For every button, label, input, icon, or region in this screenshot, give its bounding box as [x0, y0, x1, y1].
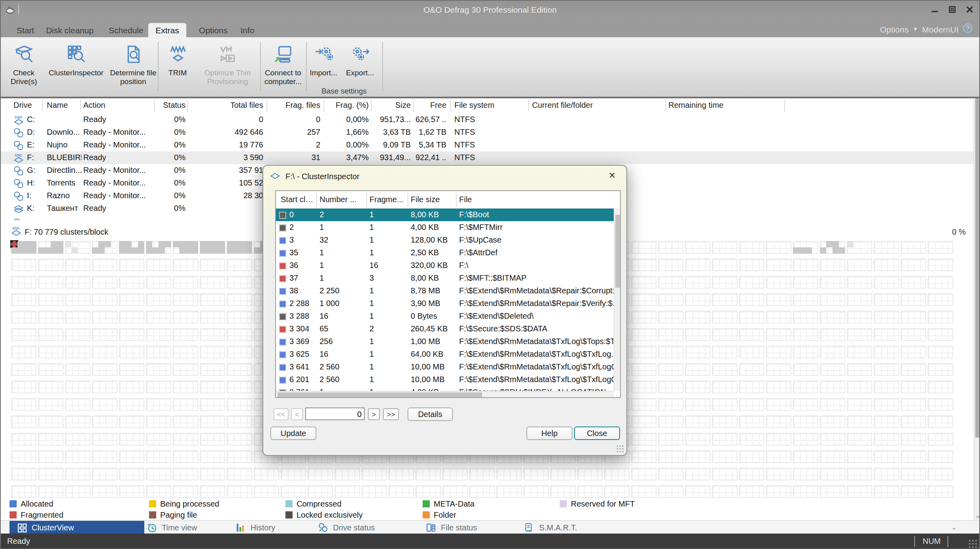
list-horizontal-scrollbar[interactable]	[276, 391, 614, 397]
view-tab-s-m-a-r-t-[interactable]: S.M.A.R.T.	[524, 521, 577, 534]
cell-start: 36	[289, 260, 316, 271]
ribbon-button-determine-file-position[interactable]: Determine file position	[109, 42, 158, 86]
column-header-name[interactable]: Name	[47, 101, 82, 109]
cluster-file-row[interactable]: 3 6412 560110,00 MBF:\$Extend\$RmMetadat…	[276, 361, 614, 373]
column-header-action[interactable]: Action	[83, 101, 156, 109]
tab-options[interactable]: Options	[193, 23, 234, 37]
cell-size: 3,90 MB	[411, 298, 454, 309]
ribbon-button-export[interactable]: Export...	[341, 42, 379, 77]
cluster-block	[200, 468, 225, 480]
column-header-frag[interactable]: Frag. (%)	[326, 101, 369, 109]
scrollbar-thumb[interactable]	[975, 98, 980, 438]
ribbon-button-clusterinspector[interactable]: ClusterInspector	[46, 42, 106, 77]
close-button[interactable]: Close	[574, 427, 620, 440]
view-tab-file-status[interactable]: File status	[426, 521, 477, 534]
cluster-file-row[interactable]: 0218,00 KBF:\$Boot	[276, 209, 614, 221]
dialog-column-header-5[interactable]: File	[459, 195, 614, 204]
allocated-cluster-cell	[793, 247, 799, 254]
maximize-button[interactable]	[946, 3, 959, 15]
tab-schedule[interactable]: Schedule	[104, 23, 148, 37]
table-row[interactable]: D:Downlo...Ready - Monitor...0%492 64625…	[1, 126, 974, 139]
view-tab-drive-status[interactable]: Drive status	[318, 521, 375, 534]
chevron-down-icon[interactable]: ⌄	[951, 523, 957, 531]
dialog-close-button[interactable]: ✕	[606, 169, 618, 182]
dialog-resize-grip[interactable]	[616, 445, 624, 453]
cluster-block	[847, 328, 872, 341]
main-scrollbar[interactable]: ⌄	[974, 98, 980, 520]
details-button[interactable]: Details	[408, 407, 453, 421]
cluster-block	[874, 398, 899, 411]
cluster-file-row[interactable]: 35112,50 KBF:\$AttrDef	[276, 247, 614, 259]
column-header-frag-files[interactable]: Frag. files	[270, 101, 320, 109]
cluster-file-row[interactable]: 3 62516164,00 KBF:\$Extend\$RmMetadata\$…	[276, 348, 614, 361]
column-header-current-file-folder[interactable]: Current file/folder	[532, 101, 663, 109]
next-page-button[interactable]: >	[368, 408, 380, 420]
help-button[interactable]: Help	[526, 427, 572, 440]
view-tab-time-view[interactable]: Time view	[147, 521, 197, 534]
cluster-block	[227, 468, 252, 480]
table-row[interactable]: SSDF:BLUEBIRDReady0%3 590313,47%931,49..…	[1, 151, 974, 164]
dialog-column-header-3[interactable]: Fragme...	[369, 195, 406, 204]
allocated-cluster-cell	[826, 241, 833, 247]
modernui-toggle[interactable]: ModernUI	[922, 24, 959, 34]
ribbon-button-check-drive-s[interactable]: Check Drive(s)	[4, 42, 44, 86]
column-header-size[interactable]: Size	[373, 101, 411, 109]
options-menu[interactable]: Options	[880, 24, 909, 34]
cluster-block	[65, 485, 90, 498]
cluster-file-row[interactable]: 3 2881610 BytesF:\$Extend\$Deleted\	[276, 310, 614, 323]
tab-extras[interactable]: Extras	[148, 23, 186, 38]
cluster-file-row[interactable]: 3 304652260,45 KBF:\$Secure:$SDS:$DATA	[276, 323, 614, 335]
scrollbar-thumb[interactable]	[278, 392, 482, 397]
cluster-file-row[interactable]: 382 25018,78 MBF:\$Extend\$RmMetadata\$R…	[276, 285, 614, 297]
column-header-free[interactable]: Free	[415, 101, 446, 109]
cluster-block	[685, 311, 710, 323]
scrollbar-thumb[interactable]	[615, 215, 620, 288]
cluster-file-row[interactable]: 3321128,00 KBF:\$UpCase	[276, 234, 614, 247]
cell-name: Torrents	[47, 178, 82, 189]
update-button[interactable]: Update	[270, 427, 316, 440]
tab-start[interactable]: Start	[10, 23, 40, 37]
cell-action: Ready - Monitor...	[83, 127, 156, 138]
tab-info[interactable]: Info	[234, 23, 261, 37]
cluster-block	[766, 293, 791, 306]
ribbon-button-import[interactable]: Import...	[308, 42, 339, 77]
help-icon[interactable]: ?	[963, 23, 973, 35]
close-button[interactable]	[963, 3, 976, 15]
ribbon-button-trim[interactable]: TRIM	[161, 42, 194, 77]
dialog-column-header-2[interactable]: Number ...	[320, 195, 365, 204]
dialog-column-header-4[interactable]: File size	[411, 195, 454, 204]
view-tab-clusterview[interactable]: ClusterView	[10, 521, 144, 534]
ribbon-button-connect-to-computer[interactable]: Connect to computer...	[262, 42, 304, 86]
cluster-color-swatch	[279, 287, 286, 295]
cell-action: Ready	[83, 203, 156, 214]
view-tab-history[interactable]: History	[235, 521, 275, 534]
cell-file: F:\$Secure:$SDH:$INDEX_ALLOCATION	[459, 387, 614, 391]
tab-disk-cleanup[interactable]: Disk cleanup	[42, 23, 98, 37]
first-page-button[interactable]: <<	[274, 408, 289, 420]
column-header-file-system[interactable]: File system	[454, 101, 526, 109]
page-number-input[interactable]	[305, 407, 365, 420]
list-vertical-scrollbar[interactable]	[614, 209, 620, 391]
dialog-column-header-1[interactable]: Start clust...	[281, 195, 316, 204]
resize-grip[interactable]	[968, 539, 978, 548]
cluster-block	[820, 415, 845, 428]
cluster-block	[119, 346, 144, 358]
cluster-file-row[interactable]: 3 36925611,00 MBF:\$Extend\$RmMetadata\$…	[276, 335, 614, 348]
cluster-file-row[interactable]: 37138,00 KBF:\$MFT::$BITMAP	[276, 272, 614, 285]
table-row[interactable]: SSDC:Ready0%000,00%951,73...626,57 ...NT…	[1, 113, 974, 126]
last-page-button[interactable]: >>	[383, 408, 399, 420]
cluster-file-row[interactable]: 36116320,00 KBF:\	[276, 259, 614, 272]
column-header-remaining-time[interactable]: Remaining time	[668, 101, 783, 109]
cluster-file-row[interactable]: 2 2881 00013,90 MBF:\$Extend\$RmMetadata…	[276, 297, 614, 310]
cluster-file-row[interactable]: 6 2012 560110,00 MBF:\$Extend\$RmMetadat…	[276, 373, 614, 386]
scroll-down-arrow[interactable]: ⌄	[974, 512, 980, 520]
cluster-file-row[interactable]: 8 761114,00 KBF:\$Secure:$SDH:$INDEX_ALL…	[276, 386, 614, 391]
minimize-button[interactable]	[928, 3, 941, 15]
column-header-total-files[interactable]: Total files	[191, 101, 263, 109]
cell-size: 10,00 MB	[411, 374, 454, 385]
cluster-file-row[interactable]: 2114,00 KBF:\$MFTMirr	[276, 221, 614, 234]
column-header-status[interactable]: Status	[157, 101, 186, 109]
table-row[interactable]: E:NujnoReady - Monitor...0%19 77620,00%9…	[1, 139, 974, 151]
prev-page-button[interactable]: <	[291, 408, 303, 420]
column-header-drive[interactable]: Drive	[13, 101, 42, 109]
